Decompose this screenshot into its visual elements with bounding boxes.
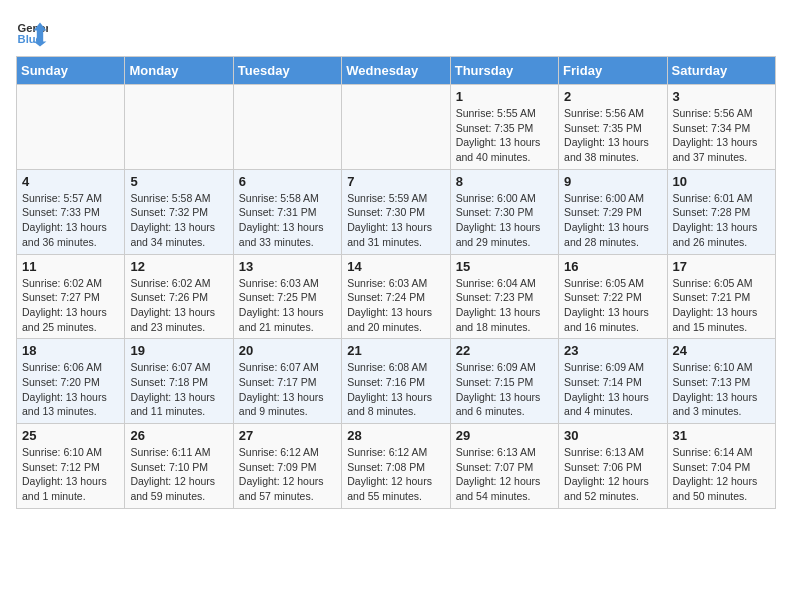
calendar-cell: 23Sunrise: 6:09 AM Sunset: 7:14 PM Dayli… xyxy=(559,339,667,424)
day-number: 9 xyxy=(564,174,661,189)
day-info: Sunrise: 6:13 AM Sunset: 7:06 PM Dayligh… xyxy=(564,445,661,504)
calendar-cell: 16Sunrise: 6:05 AM Sunset: 7:22 PM Dayli… xyxy=(559,254,667,339)
day-info: Sunrise: 5:55 AM Sunset: 7:35 PM Dayligh… xyxy=(456,106,553,165)
day-info: Sunrise: 6:05 AM Sunset: 7:21 PM Dayligh… xyxy=(673,276,770,335)
day-number: 14 xyxy=(347,259,444,274)
day-info: Sunrise: 5:58 AM Sunset: 7:32 PM Dayligh… xyxy=(130,191,227,250)
day-info: Sunrise: 6:07 AM Sunset: 7:18 PM Dayligh… xyxy=(130,360,227,419)
day-number: 5 xyxy=(130,174,227,189)
calendar-cell: 22Sunrise: 6:09 AM Sunset: 7:15 PM Dayli… xyxy=(450,339,558,424)
calendar-cell: 24Sunrise: 6:10 AM Sunset: 7:13 PM Dayli… xyxy=(667,339,775,424)
calendar-cell: 21Sunrise: 6:08 AM Sunset: 7:16 PM Dayli… xyxy=(342,339,450,424)
day-header-tuesday: Tuesday xyxy=(233,57,341,85)
day-info: Sunrise: 6:00 AM Sunset: 7:30 PM Dayligh… xyxy=(456,191,553,250)
page-header: General Blue xyxy=(16,16,776,48)
day-info: Sunrise: 6:14 AM Sunset: 7:04 PM Dayligh… xyxy=(673,445,770,504)
day-number: 19 xyxy=(130,343,227,358)
calendar-cell: 18Sunrise: 6:06 AM Sunset: 7:20 PM Dayli… xyxy=(17,339,125,424)
day-info: Sunrise: 6:02 AM Sunset: 7:27 PM Dayligh… xyxy=(22,276,119,335)
day-info: Sunrise: 6:00 AM Sunset: 7:29 PM Dayligh… xyxy=(564,191,661,250)
day-info: Sunrise: 6:13 AM Sunset: 7:07 PM Dayligh… xyxy=(456,445,553,504)
day-number: 29 xyxy=(456,428,553,443)
calendar-week-5: 25Sunrise: 6:10 AM Sunset: 7:12 PM Dayli… xyxy=(17,424,776,509)
calendar-cell: 1Sunrise: 5:55 AM Sunset: 7:35 PM Daylig… xyxy=(450,85,558,170)
calendar-cell xyxy=(342,85,450,170)
day-number: 27 xyxy=(239,428,336,443)
day-header-saturday: Saturday xyxy=(667,57,775,85)
calendar-cell: 11Sunrise: 6:02 AM Sunset: 7:27 PM Dayli… xyxy=(17,254,125,339)
day-number: 21 xyxy=(347,343,444,358)
day-number: 1 xyxy=(456,89,553,104)
day-number: 11 xyxy=(22,259,119,274)
day-info: Sunrise: 6:07 AM Sunset: 7:17 PM Dayligh… xyxy=(239,360,336,419)
day-info: Sunrise: 6:09 AM Sunset: 7:15 PM Dayligh… xyxy=(456,360,553,419)
calendar-cell: 30Sunrise: 6:13 AM Sunset: 7:06 PM Dayli… xyxy=(559,424,667,509)
calendar-cell xyxy=(125,85,233,170)
calendar-cell: 2Sunrise: 5:56 AM Sunset: 7:35 PM Daylig… xyxy=(559,85,667,170)
day-number: 31 xyxy=(673,428,770,443)
day-number: 23 xyxy=(564,343,661,358)
day-info: Sunrise: 5:56 AM Sunset: 7:35 PM Dayligh… xyxy=(564,106,661,165)
day-number: 30 xyxy=(564,428,661,443)
day-info: Sunrise: 6:11 AM Sunset: 7:10 PM Dayligh… xyxy=(130,445,227,504)
day-info: Sunrise: 6:10 AM Sunset: 7:13 PM Dayligh… xyxy=(673,360,770,419)
day-header-monday: Monday xyxy=(125,57,233,85)
day-info: Sunrise: 6:02 AM Sunset: 7:26 PM Dayligh… xyxy=(130,276,227,335)
day-number: 3 xyxy=(673,89,770,104)
day-info: Sunrise: 6:09 AM Sunset: 7:14 PM Dayligh… xyxy=(564,360,661,419)
calendar-cell: 13Sunrise: 6:03 AM Sunset: 7:25 PM Dayli… xyxy=(233,254,341,339)
day-info: Sunrise: 6:03 AM Sunset: 7:25 PM Dayligh… xyxy=(239,276,336,335)
calendar-cell: 14Sunrise: 6:03 AM Sunset: 7:24 PM Dayli… xyxy=(342,254,450,339)
day-header-thursday: Thursday xyxy=(450,57,558,85)
logo-icon: General Blue xyxy=(16,16,48,48)
day-number: 24 xyxy=(673,343,770,358)
calendar-cell: 25Sunrise: 6:10 AM Sunset: 7:12 PM Dayli… xyxy=(17,424,125,509)
day-number: 6 xyxy=(239,174,336,189)
calendar-cell: 7Sunrise: 5:59 AM Sunset: 7:30 PM Daylig… xyxy=(342,169,450,254)
day-number: 12 xyxy=(130,259,227,274)
day-info: Sunrise: 6:04 AM Sunset: 7:23 PM Dayligh… xyxy=(456,276,553,335)
day-number: 4 xyxy=(22,174,119,189)
calendar-week-4: 18Sunrise: 6:06 AM Sunset: 7:20 PM Dayli… xyxy=(17,339,776,424)
day-number: 18 xyxy=(22,343,119,358)
calendar-cell: 3Sunrise: 5:56 AM Sunset: 7:34 PM Daylig… xyxy=(667,85,775,170)
day-info: Sunrise: 5:56 AM Sunset: 7:34 PM Dayligh… xyxy=(673,106,770,165)
day-info: Sunrise: 5:57 AM Sunset: 7:33 PM Dayligh… xyxy=(22,191,119,250)
calendar-cell: 10Sunrise: 6:01 AM Sunset: 7:28 PM Dayli… xyxy=(667,169,775,254)
day-number: 7 xyxy=(347,174,444,189)
day-header-friday: Friday xyxy=(559,57,667,85)
day-info: Sunrise: 6:12 AM Sunset: 7:08 PM Dayligh… xyxy=(347,445,444,504)
calendar-cell xyxy=(233,85,341,170)
day-number: 17 xyxy=(673,259,770,274)
logo: General Blue xyxy=(16,16,48,48)
calendar-cell xyxy=(17,85,125,170)
day-info: Sunrise: 5:59 AM Sunset: 7:30 PM Dayligh… xyxy=(347,191,444,250)
calendar-cell: 20Sunrise: 6:07 AM Sunset: 7:17 PM Dayli… xyxy=(233,339,341,424)
day-info: Sunrise: 6:10 AM Sunset: 7:12 PM Dayligh… xyxy=(22,445,119,504)
calendar-cell: 31Sunrise: 6:14 AM Sunset: 7:04 PM Dayli… xyxy=(667,424,775,509)
calendar-week-3: 11Sunrise: 6:02 AM Sunset: 7:27 PM Dayli… xyxy=(17,254,776,339)
calendar-cell: 26Sunrise: 6:11 AM Sunset: 7:10 PM Dayli… xyxy=(125,424,233,509)
day-header-sunday: Sunday xyxy=(17,57,125,85)
calendar-week-2: 4Sunrise: 5:57 AM Sunset: 7:33 PM Daylig… xyxy=(17,169,776,254)
calendar-cell: 19Sunrise: 6:07 AM Sunset: 7:18 PM Dayli… xyxy=(125,339,233,424)
day-number: 25 xyxy=(22,428,119,443)
day-number: 15 xyxy=(456,259,553,274)
day-number: 13 xyxy=(239,259,336,274)
calendar-header-row: SundayMondayTuesdayWednesdayThursdayFrid… xyxy=(17,57,776,85)
day-number: 20 xyxy=(239,343,336,358)
day-number: 16 xyxy=(564,259,661,274)
day-number: 8 xyxy=(456,174,553,189)
day-info: Sunrise: 6:08 AM Sunset: 7:16 PM Dayligh… xyxy=(347,360,444,419)
day-info: Sunrise: 6:05 AM Sunset: 7:22 PM Dayligh… xyxy=(564,276,661,335)
calendar-cell: 27Sunrise: 6:12 AM Sunset: 7:09 PM Dayli… xyxy=(233,424,341,509)
day-info: Sunrise: 6:01 AM Sunset: 7:28 PM Dayligh… xyxy=(673,191,770,250)
calendar-week-1: 1Sunrise: 5:55 AM Sunset: 7:35 PM Daylig… xyxy=(17,85,776,170)
calendar-cell: 15Sunrise: 6:04 AM Sunset: 7:23 PM Dayli… xyxy=(450,254,558,339)
day-number: 10 xyxy=(673,174,770,189)
day-number: 28 xyxy=(347,428,444,443)
calendar-table: SundayMondayTuesdayWednesdayThursdayFrid… xyxy=(16,56,776,509)
day-info: Sunrise: 6:06 AM Sunset: 7:20 PM Dayligh… xyxy=(22,360,119,419)
calendar-cell: 5Sunrise: 5:58 AM Sunset: 7:32 PM Daylig… xyxy=(125,169,233,254)
day-info: Sunrise: 6:03 AM Sunset: 7:24 PM Dayligh… xyxy=(347,276,444,335)
